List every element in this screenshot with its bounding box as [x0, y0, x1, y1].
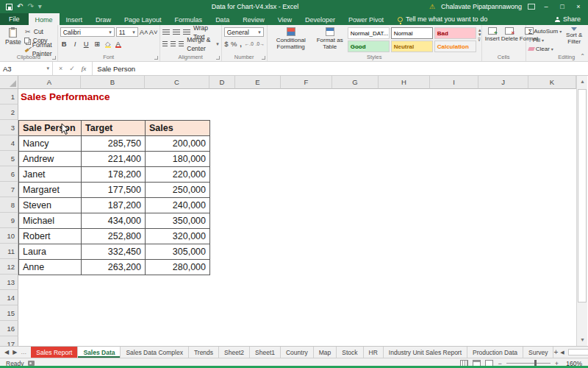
- row-header-7[interactable]: 7: [0, 182, 18, 197]
- align-top-icon[interactable]: [162, 29, 170, 35]
- ribbon-tab-insert[interactable]: Insert: [60, 13, 90, 25]
- fill-color-icon[interactable]: ◇: [104, 40, 112, 48]
- insert-function-icon[interactable]: fx: [82, 65, 87, 72]
- row-header-6[interactable]: 6: [0, 166, 18, 182]
- number-dialog-launcher-icon[interactable]: [262, 56, 265, 60]
- user-name[interactable]: Chalavate Pipatpannawong: [441, 3, 522, 10]
- name-box[interactable]: A3 ▾: [0, 62, 53, 75]
- share-button[interactable]: Share: [555, 13, 588, 25]
- name-cell[interactable]: Anne: [19, 260, 82, 275]
- column-header-I[interactable]: I: [430, 76, 478, 89]
- name-cell[interactable]: Steven: [19, 198, 82, 213]
- bold-button[interactable]: B: [60, 40, 68, 48]
- header-cell-target[interactable]: Target: [82, 121, 146, 136]
- header-cell-sale-person[interactable]: Sale Person: [19, 121, 82, 136]
- cell-style-neutral[interactable]: Neutral: [391, 40, 433, 52]
- align-right-icon[interactable]: [179, 41, 184, 47]
- italic-button[interactable]: I: [71, 40, 79, 48]
- row-header-5[interactable]: 5: [0, 151, 18, 166]
- ribbon-tab-home[interactable]: Home: [29, 13, 60, 25]
- name-cell[interactable]: Janet: [19, 167, 82, 183]
- number-format-select[interactable]: General▾: [224, 27, 264, 37]
- column-header-J[interactable]: J: [478, 76, 528, 89]
- column-header-B[interactable]: B: [81, 76, 145, 89]
- value-cell[interactable]: 434,000: [82, 213, 146, 229]
- conditional-formatting-button[interactable]: Conditional Formatting: [270, 27, 312, 50]
- column-header-H[interactable]: H: [379, 76, 430, 89]
- cancel-formula-icon[interactable]: ×: [59, 65, 62, 72]
- row-header-12[interactable]: 12: [0, 259, 18, 275]
- value-cell[interactable]: 221,400: [82, 152, 146, 167]
- value-cell[interactable]: 280,000: [146, 260, 210, 275]
- font-size-select[interactable]: 11▾: [116, 27, 138, 37]
- sheet-tab-stock[interactable]: Stock: [337, 347, 363, 358]
- macro-record-icon[interactable]: [28, 361, 35, 366]
- font-color-icon[interactable]: A: [115, 40, 122, 48]
- row-header-13[interactable]: 13: [0, 275, 18, 290]
- hscroll-left-icon[interactable]: ◀: [558, 350, 566, 355]
- qat-customize-icon[interactable]: ▾: [38, 3, 42, 10]
- value-cell[interactable]: 263,200: [82, 260, 146, 275]
- ribbon-tab-developer[interactable]: Developer: [298, 13, 342, 25]
- column-header-C[interactable]: C: [145, 76, 209, 89]
- sheet-tab-sales-data[interactable]: Sales Data: [78, 347, 121, 358]
- comma-format-icon[interactable]: ,: [239, 40, 243, 48]
- currency-format-icon[interactable]: $: [224, 40, 229, 48]
- sheet-tab-sheet1[interactable]: Sheet1: [250, 347, 281, 358]
- sheet-tab-sales-report[interactable]: Sales Report: [31, 347, 78, 358]
- column-header-E[interactable]: E: [235, 76, 281, 89]
- sheet-body[interactable]: Sales Performance Sale PersonTargetSales…: [18, 89, 576, 346]
- row-header-11[interactable]: 11: [0, 244, 18, 259]
- select-all-corner[interactable]: [0, 76, 18, 89]
- sheet-tab-sales-data-complex[interactable]: Sales Data Complex: [121, 347, 188, 358]
- formula-input[interactable]: Sale Person: [93, 62, 588, 75]
- row-header-3[interactable]: 3: [0, 120, 18, 135]
- header-cell-sales[interactable]: Sales: [146, 121, 210, 136]
- ribbon-tab-power-pivot[interactable]: Power Pivot: [342, 13, 390, 25]
- enter-formula-icon[interactable]: ✓: [69, 65, 75, 72]
- sheet-tab-trends[interactable]: Trends: [189, 347, 219, 358]
- row-header-15[interactable]: 15: [0, 305, 18, 321]
- value-cell[interactable]: 320,000: [146, 229, 210, 244]
- ribbon-tab-file[interactable]: File: [0, 13, 29, 25]
- horizontal-scrollbar[interactable]: ◀ ▶: [558, 347, 588, 358]
- row-header-4[interactable]: 4: [0, 135, 18, 151]
- row-header-16[interactable]: 16: [0, 321, 18, 336]
- shrink-font-icon[interactable]: A˅: [149, 28, 157, 36]
- column-header-K[interactable]: K: [528, 76, 576, 89]
- sort-filter-button[interactable]: Sort & Filter: [562, 27, 587, 53]
- minimize-button[interactable]: –: [541, 3, 551, 10]
- row-header-1[interactable]: 1: [0, 89, 18, 105]
- row-header-10[interactable]: 10: [0, 228, 18, 244]
- grow-font-icon[interactable]: A˄: [140, 28, 148, 36]
- save-icon[interactable]: [6, 4, 12, 10]
- value-cell[interactable]: 220,000: [146, 167, 210, 183]
- sheet-nav-right-icon[interactable]: ▶: [12, 349, 17, 355]
- column-header-G[interactable]: G: [332, 76, 379, 89]
- sheet-tab-map[interactable]: Map: [314, 347, 337, 358]
- tell-me-box[interactable]: Tell me what you want to do: [390, 13, 487, 25]
- ribbon-tab-draw[interactable]: Draw: [89, 13, 118, 25]
- horizontal-scroll-thumb[interactable]: [568, 349, 588, 355]
- value-cell[interactable]: 250,000: [146, 183, 210, 198]
- sheet-title-cell[interactable]: Sales Performance: [21, 91, 110, 102]
- name-cell[interactable]: Laura: [19, 244, 82, 260]
- row-header-17[interactable]: 17: [0, 336, 18, 346]
- decrease-decimal-icon[interactable]: .0→: [256, 41, 265, 46]
- value-cell[interactable]: 305,000: [146, 244, 210, 260]
- close-button[interactable]: ×: [573, 3, 584, 10]
- sheet-nav-more-icon[interactable]: …: [21, 349, 26, 355]
- ribbon-tab-view[interactable]: View: [271, 13, 298, 25]
- clipboard-dialog-launcher-icon[interactable]: [52, 56, 56, 60]
- vertical-scrollbar[interactable]: ▲ ▼: [576, 76, 587, 346]
- value-cell[interactable]: 177,500: [82, 183, 146, 198]
- merge-center-button[interactable]: Merge & Center▾: [187, 40, 218, 49]
- sheet-tab-production-data[interactable]: Production Data: [467, 347, 523, 358]
- align-left-icon[interactable]: [162, 41, 168, 47]
- fill-button[interactable]: ↓Fill▾: [528, 36, 562, 44]
- collapse-ribbon-icon[interactable]: ⌃: [580, 53, 585, 60]
- row-header-14[interactable]: 14: [0, 290, 18, 305]
- value-cell[interactable]: 285,750: [82, 136, 146, 152]
- row-header-8[interactable]: 8: [0, 197, 18, 213]
- align-center-icon[interactable]: [171, 41, 176, 47]
